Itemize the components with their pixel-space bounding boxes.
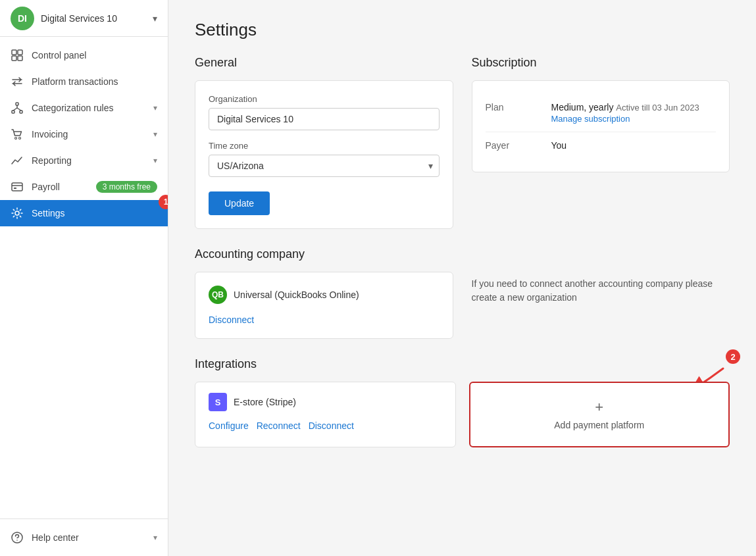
add-plus-icon: + — [595, 399, 603, 416]
integrations-section: Integrations S E-store (Stripe) Configur… — [195, 357, 730, 447]
sidebar-item-control-panel[interactable]: Control panel — [0, 42, 168, 68]
svg-rect-2 — [12, 56, 16, 61]
add-platform-label: Add payment platform — [554, 420, 644, 430]
timezone-select[interactable]: US/Arizona US/Eastern US/Pacific — [209, 155, 440, 177]
settings-badge: 1 — [159, 195, 168, 209]
chart-icon — [11, 154, 24, 167]
chevron-down-icon: ▾ — [153, 13, 157, 24]
svg-point-11 — [15, 211, 19, 215]
sidebar-footer: Help center ▾ — [0, 518, 168, 556]
accounting-info-text: If you need to connect another accountin… — [472, 272, 730, 305]
plan-value-group: Medium, yearly Active till 03 Jun 2023 M… — [551, 102, 699, 124]
add-platform-button[interactable]: + Add payment platform — [469, 382, 730, 447]
sidebar-item-label: Invoicing — [32, 129, 145, 139]
gear-icon — [11, 207, 24, 220]
quickbooks-icon: QB — [209, 286, 227, 304]
subscription-section: Subscription Plan Medium, yearly Active … — [472, 56, 730, 229]
svg-rect-1 — [18, 50, 22, 55]
reconnect-button[interactable]: Reconnect — [257, 420, 301, 431]
org-name: Digital Services 10 — [41, 13, 146, 24]
stripe-card: S E-store (Stripe) Configure Reconnect D… — [195, 382, 456, 447]
sidebar-nav: Control panel Platform transactions C — [0, 37, 168, 518]
svg-point-7 — [15, 138, 17, 139]
integrations-title: Integrations — [195, 357, 730, 371]
integrations-grid: S E-store (Stripe) Configure Reconnect D… — [195, 382, 730, 447]
payroll-badge: 3 months free — [96, 181, 157, 193]
cart-icon — [11, 128, 24, 141]
disconnect-button[interactable]: Disconnect — [209, 315, 254, 325]
help-icon — [11, 531, 24, 544]
sidebar-item-label: Platform transactions — [32, 76, 157, 87]
payer-row: Payer You — [486, 132, 717, 159]
accounting-title: Accounting company — [195, 247, 730, 261]
accounting-card: QB Universal (QuickBooks Online) Disconn… — [195, 272, 453, 339]
accounting-info: If you need to connect another accountin… — [472, 272, 730, 305]
payer-value: You — [551, 140, 567, 151]
plan-row: Plan Medium, yearly Active till 03 Jun 2… — [486, 94, 717, 132]
sidebar-item-settings[interactable]: Settings 1 — [0, 200, 168, 226]
sidebar-item-label: Settings — [32, 208, 157, 218]
payer-label: Payer — [486, 140, 538, 151]
chevron-icon: ▾ — [153, 533, 157, 542]
general-card: Organization Time zone US/Arizona US/Eas… — [195, 80, 453, 229]
disconnect-integration-button[interactable]: Disconnect — [309, 420, 354, 431]
stripe-icon: S — [209, 393, 227, 411]
sidebar-item-platform-transactions[interactable]: Platform transactions — [0, 68, 168, 95]
subscription-card: Plan Medium, yearly Active till 03 Jun 2… — [472, 80, 730, 172]
chevron-icon: ▾ — [153, 103, 157, 113]
integration-actions: Configure Reconnect Disconnect — [209, 420, 442, 431]
chevron-icon: ▾ — [153, 156, 157, 165]
payroll-icon — [11, 180, 24, 193]
subscription-title: Subscription — [472, 56, 730, 70]
update-button[interactable]: Update — [209, 191, 270, 215]
chevron-icon: ▾ — [153, 130, 157, 139]
sidebar: DI Digital Services 10 ▾ Control panel — [0, 0, 168, 556]
grid-icon — [11, 49, 24, 62]
timezone-select-wrapper: US/Arizona US/Eastern US/Pacific ▾ — [209, 155, 440, 177]
company-name: Universal (QuickBooks Online) — [234, 290, 359, 300]
timezone-label: Time zone — [209, 141, 440, 151]
sidebar-item-label: Reporting — [32, 155, 145, 166]
sidebar-item-invoicing[interactable]: Invoicing ▾ — [0, 121, 168, 147]
org-input[interactable] — [209, 108, 440, 130]
accounting-grid: QB Universal (QuickBooks Online) Disconn… — [195, 272, 730, 339]
add-platform-wrapper: 2 + Add payment platform — [469, 382, 730, 447]
sidebar-item-label: Help center — [32, 532, 145, 543]
plan-label: Plan — [486, 102, 538, 124]
sidebar-item-categorization-rules[interactable]: Categorization rules ▾ — [0, 95, 168, 121]
svg-rect-3 — [18, 56, 22, 61]
active-till: Active till 03 Jun 2023 — [616, 103, 699, 113]
svg-rect-0 — [12, 50, 16, 55]
sidebar-item-label: Control panel — [32, 50, 157, 61]
manage-subscription-link[interactable]: Manage subscription — [551, 114, 699, 124]
org-header[interactable]: DI Digital Services 10 ▾ — [0, 0, 168, 37]
plan-value: Medium, yearly — [551, 102, 614, 113]
svg-point-13 — [16, 540, 18, 541]
general-section: General Organization Time zone US/Arizon… — [195, 56, 453, 229]
general-title: General — [195, 56, 453, 70]
svg-point-8 — [19, 138, 21, 139]
sidebar-item-label: Payroll — [32, 182, 88, 192]
svg-text:2: 2 — [730, 352, 735, 362]
sidebar-item-help-center[interactable]: Help center ▾ — [0, 524, 168, 551]
org-form-group: Organization — [209, 94, 440, 130]
timezone-form-group: Time zone US/Arizona US/Eastern US/Pacif… — [209, 141, 440, 177]
page-title: Settings — [195, 20, 730, 40]
sidebar-item-payroll[interactable]: Payroll 3 months free — [0, 174, 168, 200]
stripe-name: E-store (Stripe) — [234, 397, 296, 407]
avatar: DI — [11, 7, 34, 30]
svg-rect-10 — [14, 188, 16, 189]
configure-button[interactable]: Configure — [209, 420, 249, 431]
arrows-icon — [11, 75, 24, 88]
stripe-item: S E-store (Stripe) — [209, 393, 442, 411]
main-content: Settings General Organization Time zone … — [168, 0, 756, 556]
svg-rect-9 — [12, 183, 22, 191]
sidebar-item-label: Categorization rules — [32, 103, 145, 113]
network-icon — [11, 101, 24, 114]
sidebar-item-reporting[interactable]: Reporting ▾ — [0, 147, 168, 174]
org-label: Organization — [209, 94, 440, 104]
accounting-section: Accounting company QB Universal (QuickBo… — [195, 247, 730, 339]
company-item: QB Universal (QuickBooks Online) — [209, 286, 440, 304]
